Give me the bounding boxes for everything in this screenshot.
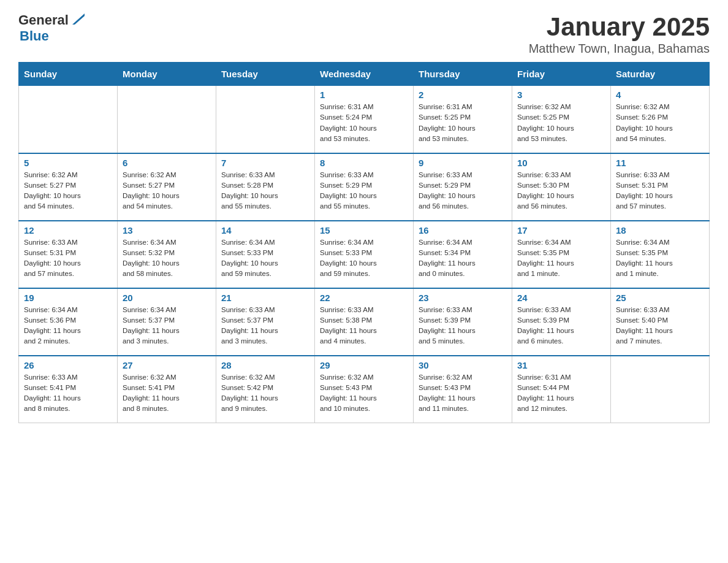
day-number: 25 [616,293,704,303]
calendar-cell: 15Sunrise: 6:34 AM Sunset: 5:33 PM Dayli… [315,221,414,288]
page-header: General Blue January 2025 Matthew Town, … [18,12,710,56]
day-info: Sunrise: 6:33 AM Sunset: 5:39 PM Dayligh… [517,305,605,347]
calendar-cell: 13Sunrise: 6:34 AM Sunset: 5:32 PM Dayli… [118,221,216,288]
day-info: Sunrise: 6:33 AM Sunset: 5:30 PM Dayligh… [517,170,605,212]
calendar-week-3: 12Sunrise: 6:33 AM Sunset: 5:31 PM Dayli… [19,221,710,288]
day-info: Sunrise: 6:34 AM Sunset: 5:33 PM Dayligh… [221,237,309,280]
calendar-col-saturday: Saturday [611,63,710,86]
calendar-cell: 21Sunrise: 6:33 AM Sunset: 5:37 PM Dayli… [216,288,315,356]
calendar-cell: 29Sunrise: 6:32 AM Sunset: 5:43 PM Dayli… [315,356,414,423]
calendar-col-thursday: Thursday [414,63,512,86]
calendar-cell: 12Sunrise: 6:33 AM Sunset: 5:31 PM Dayli… [19,221,118,288]
calendar-cell: 10Sunrise: 6:33 AM Sunset: 5:30 PM Dayli… [512,153,611,221]
calendar-cell: 1Sunrise: 6:31 AM Sunset: 5:24 PM Daylig… [315,86,414,153]
day-info: Sunrise: 6:32 AM Sunset: 5:25 PM Dayligh… [517,102,605,144]
day-info: Sunrise: 6:34 AM Sunset: 5:36 PM Dayligh… [24,305,112,347]
calendar-col-tuesday: Tuesday [216,63,315,86]
day-info: Sunrise: 6:32 AM Sunset: 5:43 PM Dayligh… [320,372,408,415]
calendar-cell [216,86,315,153]
calendar-col-friday: Friday [512,63,611,86]
day-number: 29 [320,360,408,370]
day-number: 5 [24,158,112,168]
day-number: 31 [517,360,605,370]
day-info: Sunrise: 6:32 AM Sunset: 5:41 PM Dayligh… [123,372,211,415]
day-number: 6 [123,158,211,168]
day-number: 9 [419,158,507,168]
day-number: 14 [221,225,309,236]
day-number: 7 [221,158,309,168]
calendar-header-row: SundayMondayTuesdayWednesdayThursdayFrid… [19,63,710,86]
day-info: Sunrise: 6:34 AM Sunset: 5:34 PM Dayligh… [419,237,507,280]
day-number: 27 [123,360,211,370]
day-info: Sunrise: 6:33 AM Sunset: 5:40 PM Dayligh… [616,305,704,347]
calendar-cell: 14Sunrise: 6:34 AM Sunset: 5:33 PM Dayli… [216,221,315,288]
day-number: 22 [320,293,408,303]
svg-marker-1 [75,16,85,25]
calendar-cell: 31Sunrise: 6:31 AM Sunset: 5:44 PM Dayli… [512,356,611,423]
calendar-cell: 2Sunrise: 6:31 AM Sunset: 5:25 PM Daylig… [414,86,512,153]
day-info: Sunrise: 6:33 AM Sunset: 5:38 PM Dayligh… [320,305,408,347]
day-info: Sunrise: 6:33 AM Sunset: 5:31 PM Dayligh… [616,170,704,212]
calendar-cell: 16Sunrise: 6:34 AM Sunset: 5:34 PM Dayli… [414,221,512,288]
page-title: January 2025 [529,12,710,42]
day-number: 2 [419,90,507,100]
calendar-cell [611,356,710,423]
calendar-table: SundayMondayTuesdayWednesdayThursdayFrid… [18,62,710,423]
calendar-cell: 28Sunrise: 6:32 AM Sunset: 5:42 PM Dayli… [216,356,315,423]
day-number: 11 [616,158,704,168]
day-number: 10 [517,158,605,168]
calendar-cell [19,86,118,153]
day-number: 3 [517,90,605,100]
title-area: January 2025 Matthew Town, Inagua, Baham… [529,12,710,56]
day-number: 18 [616,225,704,236]
calendar-col-sunday: Sunday [19,63,118,86]
calendar-cell: 19Sunrise: 6:34 AM Sunset: 5:36 PM Dayli… [19,288,118,356]
calendar-cell: 26Sunrise: 6:33 AM Sunset: 5:41 PM Dayli… [19,356,118,423]
day-info: Sunrise: 6:33 AM Sunset: 5:41 PM Dayligh… [24,372,112,415]
day-number: 8 [320,158,408,168]
calendar-week-5: 26Sunrise: 6:33 AM Sunset: 5:41 PM Dayli… [19,356,710,423]
calendar-cell: 18Sunrise: 6:34 AM Sunset: 5:35 PM Dayli… [611,221,710,288]
day-number: 26 [24,360,112,370]
calendar-cell: 4Sunrise: 6:32 AM Sunset: 5:26 PM Daylig… [611,86,710,153]
day-info: Sunrise: 6:33 AM Sunset: 5:29 PM Dayligh… [320,170,408,212]
day-info: Sunrise: 6:34 AM Sunset: 5:35 PM Dayligh… [517,237,605,280]
calendar-cell: 3Sunrise: 6:32 AM Sunset: 5:25 PM Daylig… [512,86,611,153]
day-number: 20 [123,293,211,303]
day-info: Sunrise: 6:32 AM Sunset: 5:43 PM Dayligh… [419,372,507,415]
day-info: Sunrise: 6:32 AM Sunset: 5:42 PM Dayligh… [221,372,309,415]
day-number: 24 [517,293,605,303]
day-info: Sunrise: 6:32 AM Sunset: 5:27 PM Dayligh… [24,170,112,212]
logo-blue-text: Blue [20,28,49,44]
day-number: 19 [24,293,112,303]
calendar-cell: 9Sunrise: 6:33 AM Sunset: 5:29 PM Daylig… [414,153,512,221]
day-number: 28 [221,360,309,370]
day-info: Sunrise: 6:32 AM Sunset: 5:26 PM Dayligh… [616,102,704,144]
day-info: Sunrise: 6:34 AM Sunset: 5:32 PM Dayligh… [123,237,211,280]
calendar-cell: 30Sunrise: 6:32 AM Sunset: 5:43 PM Dayli… [414,356,512,423]
calendar-cell: 11Sunrise: 6:33 AM Sunset: 5:31 PM Dayli… [611,153,710,221]
day-number: 23 [419,293,507,303]
calendar-col-wednesday: Wednesday [315,63,414,86]
day-number: 30 [419,360,507,370]
day-info: Sunrise: 6:32 AM Sunset: 5:27 PM Dayligh… [123,170,211,212]
day-number: 21 [221,293,309,303]
day-info: Sunrise: 6:34 AM Sunset: 5:37 PM Dayligh… [123,305,211,347]
calendar-cell: 20Sunrise: 6:34 AM Sunset: 5:37 PM Dayli… [118,288,216,356]
day-number: 1 [320,90,408,100]
logo-general-text: General [18,12,69,28]
day-info: Sunrise: 6:31 AM Sunset: 5:25 PM Dayligh… [419,102,507,144]
logo: General Blue [18,12,85,44]
day-info: Sunrise: 6:33 AM Sunset: 5:28 PM Dayligh… [221,170,309,212]
day-info: Sunrise: 6:33 AM Sunset: 5:31 PM Dayligh… [24,237,112,280]
day-info: Sunrise: 6:31 AM Sunset: 5:24 PM Dayligh… [320,102,408,144]
page-subtitle: Matthew Town, Inagua, Bahamas [529,42,710,56]
day-info: Sunrise: 6:33 AM Sunset: 5:37 PM Dayligh… [221,305,309,347]
logo-triangle-icon [71,12,85,28]
calendar-cell: 27Sunrise: 6:32 AM Sunset: 5:41 PM Dayli… [118,356,216,423]
calendar-cell: 17Sunrise: 6:34 AM Sunset: 5:35 PM Dayli… [512,221,611,288]
day-number: 4 [616,90,704,100]
calendar-week-4: 19Sunrise: 6:34 AM Sunset: 5:36 PM Dayli… [19,288,710,356]
calendar-body: 1Sunrise: 6:31 AM Sunset: 5:24 PM Daylig… [19,86,710,423]
day-info: Sunrise: 6:33 AM Sunset: 5:39 PM Dayligh… [419,305,507,347]
